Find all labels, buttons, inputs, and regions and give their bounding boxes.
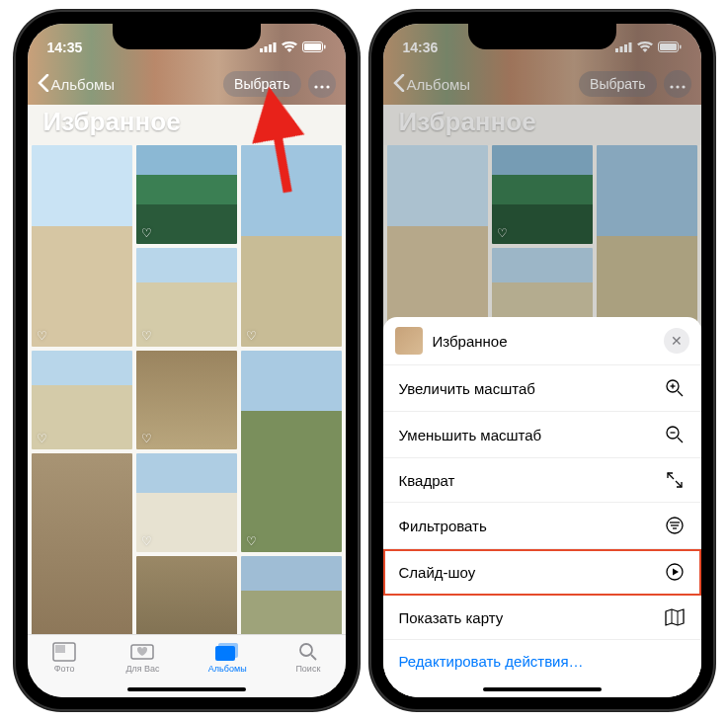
photo-thumb[interactable]: ♡ [32, 351, 132, 449]
photo-thumb[interactable]: ♡ [136, 351, 237, 449]
photo-thumb[interactable]: ♡ [136, 248, 237, 347]
photo-thumb[interactable]: ♡ [32, 453, 132, 634]
home-indicator[interactable] [483, 687, 602, 691]
action-label: Показать карту [399, 609, 504, 626]
page-title: Избранное [28, 105, 346, 145]
tab-search[interactable]: Поиск [295, 641, 321, 697]
action-label: Квадрат [399, 472, 455, 489]
heart-icon: ♡ [141, 329, 152, 343]
heart-icon: ♡ [141, 226, 152, 240]
svg-line-33 [678, 438, 683, 442]
photo-thumb[interactable]: ♡ [136, 556, 237, 634]
sheet-thumbnail [395, 327, 423, 355]
iphone-frame-left: 14:35 Альбомы Выбрать Избранное [14, 10, 360, 711]
svg-rect-5 [304, 43, 321, 50]
photo-thumb[interactable]: ♡ [136, 145, 237, 244]
svg-line-35 [668, 473, 674, 479]
tab-label: Для Вас [125, 664, 159, 674]
signal-icon [260, 40, 277, 55]
svg-line-29 [678, 391, 683, 396]
for-you-icon [129, 641, 155, 663]
heart-icon: ♡ [37, 329, 47, 343]
svg-point-8 [320, 85, 323, 88]
play-circle-icon [664, 562, 686, 582]
photo-grid[interactable]: ♡ ♡ ♡ ♡ ♡ ♡ ♡ ♡ ♡ ♡ ♡ ♡ ♡ ♡ [28, 145, 346, 634]
heart-icon: ♡ [246, 534, 257, 548]
search-icon [295, 641, 321, 663]
action-zoom-out[interactable]: Уменьшить масштаб [383, 412, 701, 458]
action-square[interactable]: Квадрат [383, 458, 701, 503]
sheet-header: Избранное ✕ [383, 317, 701, 365]
heart-icon: ♡ [37, 432, 47, 445]
zoom-in-icon [664, 378, 686, 398]
sheet-title: Избранное [433, 333, 664, 350]
more-button[interactable] [308, 70, 336, 98]
svg-rect-6 [324, 45, 326, 49]
notch [113, 24, 261, 49]
status-icons [260, 40, 326, 55]
photo-thumb[interactable]: ♡ [32, 145, 132, 347]
svg-rect-0 [260, 48, 263, 52]
heart-icon: ♡ [246, 329, 257, 343]
nav-header: Альбомы Выбрать [28, 63, 346, 105]
svg-rect-12 [55, 645, 65, 653]
svg-rect-3 [273, 42, 276, 52]
ellipsis-icon [314, 75, 330, 93]
sheet-close-button[interactable]: ✕ [664, 328, 689, 354]
action-filter[interactable]: Фильтровать [383, 503, 701, 549]
svg-point-16 [300, 644, 312, 656]
svg-point-7 [314, 85, 317, 88]
svg-line-17 [311, 655, 316, 660]
svg-rect-15 [218, 643, 238, 658]
home-indicator[interactable] [127, 687, 246, 691]
action-slideshow[interactable]: Слайд-шоу [383, 549, 701, 596]
iphone-frame-right: 14:36 Альбомы Выбрать Избранное ♡ ♡ [369, 10, 715, 711]
screen-right: 14:36 Альбомы Выбрать Избранное ♡ ♡ [383, 24, 701, 697]
header-actions: Выбрать [223, 70, 335, 98]
action-zoom-in[interactable]: Увеличить масштаб [383, 365, 701, 412]
map-icon [664, 608, 686, 626]
wifi-icon [282, 40, 297, 55]
heart-icon: ♡ [141, 432, 152, 445]
action-label: Фильтровать [399, 518, 487, 534]
status-time: 14:35 [47, 40, 97, 55]
action-show-map[interactable]: Показать карту [383, 596, 701, 640]
heart-icon: ♡ [141, 534, 152, 548]
chevron-left-icon [38, 74, 49, 95]
svg-line-36 [676, 481, 682, 487]
select-button[interactable]: Выбрать [223, 71, 300, 97]
back-label: Альбомы [51, 76, 116, 93]
zoom-out-icon [664, 425, 686, 444]
action-label: Уменьшить масштаб [399, 427, 542, 443]
action-label: Слайд-шоу [399, 564, 476, 581]
photos-icon [51, 641, 77, 663]
photo-thumb[interactable]: ♡ [241, 351, 342, 552]
photo-thumb[interactable]: ♡ [136, 453, 237, 552]
photo-thumb[interactable]: ♡ [241, 556, 342, 634]
notch [468, 24, 616, 49]
close-icon: ✕ [671, 333, 683, 349]
svg-rect-1 [264, 46, 267, 52]
tab-label: Альбомы [208, 664, 247, 674]
back-button[interactable]: Альбомы [38, 74, 116, 95]
action-sheet: Избранное ✕ Увеличить масштаб Уменьшить … [383, 317, 701, 697]
edit-actions-link[interactable]: Редактировать действия… [383, 640, 701, 674]
filter-icon [664, 516, 686, 535]
svg-rect-2 [269, 44, 272, 52]
battery-icon [302, 40, 326, 55]
albums-icon [214, 641, 240, 663]
expand-icon [664, 471, 686, 489]
svg-point-9 [326, 85, 329, 88]
action-label: Увеличить масштаб [399, 380, 535, 397]
tab-label: Фото [54, 664, 75, 674]
photo-thumb[interactable]: ♡ [241, 145, 342, 347]
screen-left: 14:35 Альбомы Выбрать Избранное [28, 24, 346, 697]
tab-photos[interactable]: Фото [51, 641, 77, 697]
tab-label: Поиск [295, 664, 320, 674]
